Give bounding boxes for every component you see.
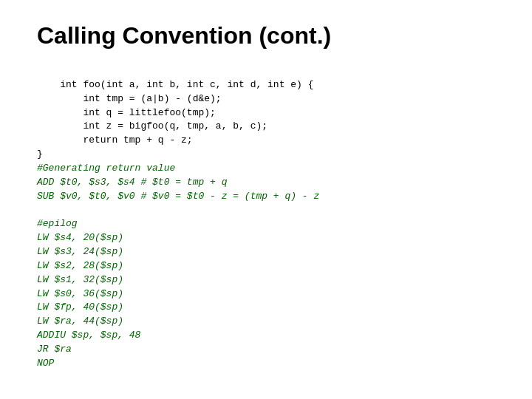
slide-title: Calling Convention (cont.)	[37, 22, 495, 50]
c-code-line1: int foo(int a, int b, int c, int d, int …	[60, 79, 313, 90]
epilog-line5: LW $s0, 36($sp)	[37, 288, 123, 299]
epilog-line7: LW $ra, 44($sp)	[37, 316, 123, 327]
epilog-line1: LW $s4, 20($sp)	[37, 232, 123, 243]
epilog-line3: LW $s2, 28($sp)	[37, 260, 123, 271]
c-code-line6: }	[37, 149, 43, 160]
epilog-line4: LW $s1, 32($sp)	[37, 274, 123, 285]
c-code-line5: return tmp + q - z;	[37, 134, 193, 146]
comment2: #epilog	[37, 218, 78, 229]
epilog-line10: NOP	[37, 358, 54, 369]
epilog-line2: LW $s3, 24($sp)	[37, 246, 123, 257]
epilog-line9: JR $ra	[37, 344, 72, 355]
c-code-line4: int z = bigfoo(q, tmp, a, b, c);	[37, 120, 267, 132]
comment1: #Generating return value	[37, 163, 175, 174]
slide: Calling Convention (cont.) int foo(int a…	[0, 0, 532, 399]
asm-line1: ADD $t0, $s3, $s4 # $t0 = tmp + q	[37, 177, 227, 188]
epilog-line6: LW $fp, 40($sp)	[37, 301, 123, 313]
c-code-line2: int tmp = (a|b) - (d&e);	[37, 93, 222, 104]
code-block: int foo(int a, int b, int c, int d, int …	[37, 64, 495, 384]
c-code-line3: int q = littlefoo(tmp);	[37, 107, 216, 118]
asm-line2: SUB $v0, $t0, $v0 # $v0 = $t0 - z = (tmp…	[37, 191, 319, 202]
epilog-line8: ADDIU $sp, $sp, 48	[37, 330, 140, 341]
